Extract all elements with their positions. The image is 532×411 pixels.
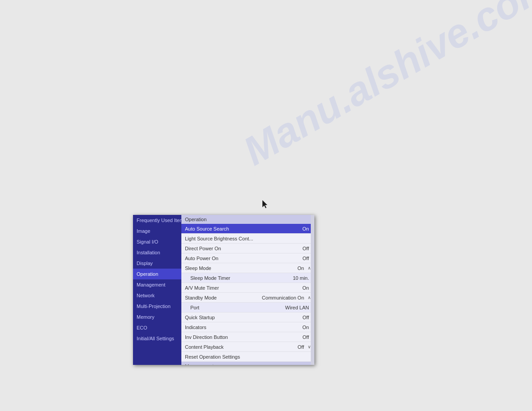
- expand-sleep-mode-icon: ∧: [308, 265, 311, 270]
- main-panel: Operation Auto Source Search On Light So…: [181, 215, 314, 365]
- expand-content-playback-icon: ∨: [308, 344, 311, 349]
- row-auto-source-search[interactable]: Auto Source Search On: [181, 224, 314, 234]
- row-reset-operation[interactable]: Reset Operation Settings: [181, 352, 314, 362]
- value-indicators: On: [302, 325, 309, 330]
- watermark: Manu.alshive.com: [236, 0, 532, 175]
- value-content-playback: Off: [298, 344, 304, 350]
- scrollbar[interactable]: [311, 215, 314, 365]
- label-av-mute-timer: A/V Mute Timer: [185, 285, 302, 291]
- value-sleep-mode: On: [297, 265, 304, 271]
- section-header-operation: Operation: [181, 215, 314, 224]
- expand-standby-mode-icon: ∧: [308, 295, 311, 300]
- label-content-playback: Content Playback: [185, 344, 298, 350]
- value-direct-power-on: Off: [303, 246, 309, 251]
- section-header-management: Management: [181, 362, 314, 365]
- label-auto-source-search: Auto Source Search: [185, 226, 302, 231]
- sidebar-item-memory[interactable]: Memory: [133, 312, 181, 322]
- value-port: Wired LAN: [285, 305, 309, 310]
- label-inv-direction-button: Inv Direction Button: [185, 334, 303, 340]
- row-direct-power-on[interactable]: Direct Power On Off: [181, 244, 314, 253]
- value-quick-startup: Off: [303, 315, 309, 320]
- row-standby-mode[interactable]: Standby Mode Communication On ∧: [181, 293, 314, 303]
- sidebar-item-initial-all[interactable]: Initial/All Settings: [133, 333, 181, 344]
- value-auto-power-on: Off: [303, 256, 309, 261]
- row-sleep-mode[interactable]: Sleep Mode On ∧: [181, 263, 314, 273]
- row-port[interactable]: Port Wired LAN: [181, 303, 314, 313]
- label-sleep-mode-timer: Sleep Mode Timer: [190, 275, 293, 281]
- value-av-mute-timer: On: [302, 285, 309, 291]
- value-inv-direction-button: Off: [303, 334, 309, 340]
- label-auto-power-on: Auto Power On: [185, 256, 303, 261]
- label-reset-operation: Reset Operation Settings: [185, 354, 311, 360]
- sidebar-item-installation[interactable]: Installation: [133, 247, 181, 258]
- sidebar-item-multi-projection[interactable]: Multi-Projection: [133, 301, 181, 312]
- label-indicators: Indicators: [185, 325, 302, 330]
- label-sleep-mode: Sleep Mode: [185, 265, 297, 271]
- label-quick-startup: Quick Startup: [185, 315, 303, 320]
- sidebar-item-network[interactable]: Network: [133, 290, 181, 301]
- row-content-playback[interactable]: Content Playback Off ∨: [181, 342, 314, 352]
- sidebar-item-operation[interactable]: Operation: [133, 269, 181, 279]
- row-auto-power-on[interactable]: Auto Power On Off: [181, 253, 314, 263]
- sidebar-item-display[interactable]: Display: [133, 258, 181, 269]
- value-sleep-mode-timer: 10 min.: [293, 275, 309, 281]
- sidebar-item-management[interactable]: Management: [133, 279, 181, 290]
- sidebar-item-eco[interactable]: ECO: [133, 322, 181, 333]
- cursor: [262, 200, 270, 207]
- row-indicators[interactable]: Indicators On: [181, 322, 314, 332]
- label-standby-mode: Standby Mode: [185, 295, 262, 300]
- label-port: Port: [190, 305, 285, 310]
- sidebar: Frequently Used Items Image Signal I/O I…: [133, 215, 181, 365]
- value-standby-mode: Communication On: [262, 295, 304, 300]
- label-direct-power-on: Direct Power On: [185, 246, 303, 251]
- row-av-mute-timer[interactable]: A/V Mute Timer On: [181, 283, 314, 293]
- menu-container: Frequently Used Items Image Signal I/O I…: [133, 215, 314, 365]
- sidebar-item-image[interactable]: Image: [133, 226, 181, 236]
- row-sleep-mode-timer[interactable]: Sleep Mode Timer 10 min.: [181, 273, 314, 283]
- row-quick-startup[interactable]: Quick Startup Off: [181, 313, 314, 322]
- value-auto-source-search: On: [302, 226, 309, 231]
- label-light-source-brightness: Light Source Brightness Cont...: [185, 236, 309, 241]
- row-inv-direction-button[interactable]: Inv Direction Button Off: [181, 332, 314, 342]
- sidebar-item-signal-io[interactable]: Signal I/O: [133, 236, 181, 247]
- row-light-source-brightness[interactable]: Light Source Brightness Cont...: [181, 234, 314, 244]
- sidebar-item-frequently-used[interactable]: Frequently Used Items: [133, 215, 181, 226]
